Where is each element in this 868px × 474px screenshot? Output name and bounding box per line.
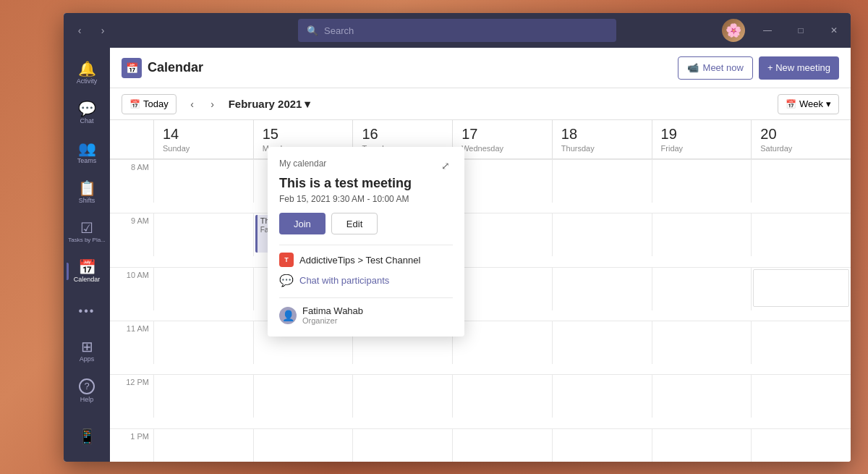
sidebar: 🔔 Activity 💬 Chat 👥 Teams 📋 Shifts ☑ Tas… [64, 48, 110, 462]
cell-fri-8am[interactable] [652, 159, 752, 203]
sidebar-item-tasks[interactable]: ☑ Tasks by Pla... [67, 212, 107, 252]
today-button[interactable]: 📅 Today [122, 94, 176, 114]
join-button[interactable]: Join [279, 213, 326, 234]
cell-thu-9am[interactable] [552, 213, 652, 256]
next-week-button[interactable]: › [203, 94, 223, 114]
avatar[interactable]: 🌸 [722, 19, 745, 42]
organizer-avatar: 👤 [279, 307, 297, 324]
forward-button[interactable]: › [93, 20, 113, 41]
time-gutter-header [110, 120, 153, 158]
sidebar-item-more[interactable]: ••• [67, 292, 107, 331]
back-button[interactable]: ‹ [69, 20, 90, 41]
sidebar-item-help[interactable]: ? Help [67, 371, 107, 410]
calendar-nav-icon: 📅 [78, 260, 96, 274]
cell-sun-11am[interactable] [153, 321, 253, 364]
sidebar-item-shifts[interactable]: 📋 Shifts [67, 172, 107, 212]
cell-fri-11am[interactable] [652, 321, 752, 364]
time-label-9am: 9 AM [110, 213, 153, 256]
popup-title: This is a test meeting [279, 176, 453, 191]
cell-mon-1pm[interactable] [253, 428, 353, 462]
cell-thu-1pm[interactable] [552, 428, 652, 462]
search-icon: 🔍 [307, 25, 318, 36]
edit-button[interactable]: Edit [331, 213, 378, 234]
cell-wed-12pm[interactable] [452, 374, 552, 418]
meet-now-button[interactable]: 📹 Meet now [678, 56, 753, 80]
cell-sun-1pm[interactable] [153, 428, 253, 462]
prev-week-button[interactable]: ‹ [182, 94, 203, 114]
week-chevron-icon: ▾ [826, 98, 831, 109]
popup-actions: Join Edit [279, 213, 453, 234]
title-bar: ‹ › 🔍 🌸 — □ ✕ [64, 13, 851, 48]
cell-sat-10am[interactable] [751, 267, 851, 310]
cell-sun-12pm[interactable] [153, 374, 253, 418]
popup-chat[interactable]: 💬 Chat with participants [279, 273, 453, 287]
calendar-app-icon: 📅 [122, 58, 142, 78]
cell-sat-12pm[interactable] [751, 374, 851, 418]
cell-fri-1pm[interactable] [652, 428, 752, 462]
cell-wed-10am[interactable] [452, 267, 552, 310]
sidebar-item-activity[interactable]: 🔔 Activity [67, 54, 107, 93]
cell-wed-9am[interactable] [452, 213, 552, 256]
today-calendar-icon: 📅 [129, 99, 140, 109]
popup-calendar-label: My calendar [279, 158, 326, 169]
cell-tue-12pm[interactable] [352, 374, 452, 418]
chat-icon: 💬 [78, 101, 96, 116]
sidebar-item-apps[interactable]: ⊞ Apps [67, 331, 107, 371]
calendar-toolbar: 📅 Today ‹ › February 2021 ▾ 📅 Week ▾ [110, 88, 851, 120]
cell-fri-10am[interactable] [652, 267, 752, 310]
cell-thu-12pm[interactable] [552, 374, 652, 418]
sidebar-item-teams[interactable]: 👥 Teams [67, 133, 107, 173]
shifts-icon: 📋 [78, 181, 96, 195]
day-header-wed: 17 Wednesday [452, 120, 552, 158]
cell-thu-11am[interactable] [552, 321, 652, 364]
video-icon: 📹 [687, 62, 699, 73]
time-label-10am: 10 AM [110, 267, 153, 310]
cell-mon-12pm[interactable] [253, 374, 353, 418]
new-meeting-button[interactable]: + New meeting [759, 56, 839, 80]
cell-sun-8am[interactable] [153, 159, 253, 203]
cell-sun-10am[interactable] [153, 267, 253, 310]
cell-wed-1pm[interactable] [452, 428, 552, 462]
popup-header: My calendar ⤢ [279, 158, 453, 173]
chat-participants-icon: 💬 [279, 273, 294, 287]
sat-event [753, 269, 849, 307]
month-year-label[interactable]: February 2021 ▾ [229, 98, 311, 111]
organizer-info: Fatima Wahab Organizer [302, 305, 363, 325]
chat-with-participants-link[interactable]: Chat with participants [299, 275, 389, 286]
teams-icon: 👥 [78, 141, 96, 156]
time-label-12pm: 12 PM [110, 374, 153, 418]
cell-sun-9am[interactable] [153, 213, 253, 256]
popup-expand-button[interactable]: ⤢ [438, 158, 453, 173]
maximize-button[interactable]: □ [784, 13, 817, 48]
week-view-button[interactable]: 📅 Week ▾ [778, 94, 839, 114]
cell-thu-10am[interactable] [552, 267, 652, 310]
calendar-grid: 14 Sunday 15 Monday 16 Tuesday 17 [110, 120, 851, 462]
cell-sat-11am[interactable] [751, 321, 851, 364]
sidebar-item-label: Tasks by Pla... [68, 237, 106, 243]
search-input[interactable] [324, 25, 608, 36]
sidebar-item-device[interactable]: 📱 [67, 416, 107, 456]
cell-wed-11am[interactable] [452, 321, 552, 364]
day-header-thu: 18 Thursday [552, 120, 652, 158]
search-bar[interactable]: 🔍 [298, 19, 616, 42]
cell-fri-9am[interactable] [652, 213, 752, 256]
popup-channel: T AddictiveTips > Test Channel [279, 253, 453, 267]
sidebar-item-label: Activity [77, 77, 98, 85]
cell-tue-1pm[interactable] [352, 428, 452, 462]
cell-sat-9am[interactable] [751, 213, 851, 256]
cell-fri-12pm[interactable] [652, 374, 752, 418]
cell-sat-1pm[interactable] [751, 428, 851, 462]
cell-thu-8am[interactable] [552, 159, 652, 203]
day-header-fri: 19 Friday [652, 120, 752, 158]
sidebar-item-calendar[interactable]: 📅 Calendar [67, 252, 107, 292]
cell-wed-8am[interactable] [452, 159, 552, 203]
close-button[interactable]: ✕ [817, 13, 851, 48]
time-label-11am: 11 AM [110, 321, 153, 364]
title-bar-controls: 🌸 — □ ✕ [722, 13, 851, 48]
week-icon: 📅 [786, 99, 796, 109]
sidebar-item-chat[interactable]: 💬 Chat [67, 93, 107, 133]
meeting-popup[interactable]: My calendar ⤢ This is a test meeting Feb… [268, 147, 464, 337]
minimize-button[interactable]: — [751, 13, 784, 48]
teams-channel-icon: T [279, 253, 294, 267]
cell-sat-8am[interactable] [751, 159, 851, 203]
